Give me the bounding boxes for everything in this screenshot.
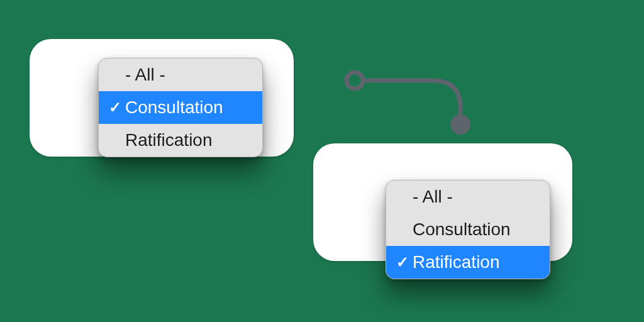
dropdown-option-ratification[interactable]: ✓ Ratification	[386, 246, 550, 279]
dropdown-option-all[interactable]: - All -	[99, 58, 262, 91]
check-icon: ✓	[106, 100, 124, 115]
dropdown-option-consultation[interactable]: ✓ Consultation	[99, 91, 262, 124]
option-label: - All -	[411, 188, 453, 206]
dropdown-consultation[interactable]: - All - ✓ Consultation Ratification	[98, 58, 263, 157]
dropdown-ratification[interactable]: - All - Consultation ✓ Ratification	[386, 180, 550, 279]
option-label: - All -	[124, 66, 165, 84]
dropdown-option-consultation[interactable]: Consultation	[386, 213, 550, 246]
option-label: Consultation	[411, 221, 511, 238]
connector-end-node	[450, 114, 470, 135]
option-label: Ratification	[124, 131, 213, 149]
option-label: Ratification	[411, 253, 500, 271]
dropdown-option-ratification[interactable]: Ratification	[99, 124, 262, 157]
stage: - All - ✓ Consultation Ratification - Al…	[0, 0, 644, 322]
connector-start-node	[347, 72, 363, 89]
check-icon: ✓	[394, 255, 411, 270]
dropdown-option-all[interactable]: - All -	[386, 180, 550, 213]
option-label: Consultation	[124, 99, 223, 116]
